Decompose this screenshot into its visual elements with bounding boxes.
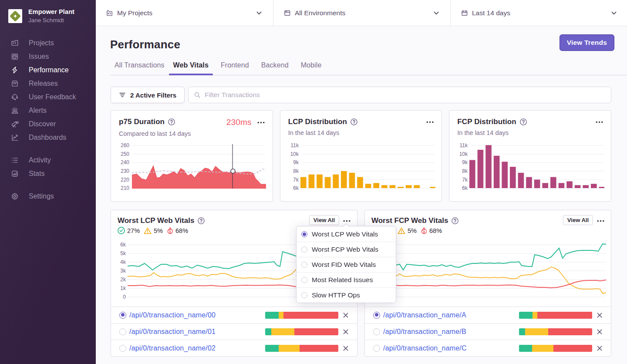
svg-text:9k: 9k bbox=[462, 159, 469, 165]
svg-text:0: 0 bbox=[123, 294, 126, 300]
svg-text:210: 210 bbox=[121, 185, 129, 191]
svg-text:10k: 10k bbox=[290, 151, 299, 157]
svg-text:3k: 3k bbox=[120, 268, 126, 274]
svg-text:6k: 6k bbox=[293, 185, 299, 191]
svg-text:1k: 1k bbox=[120, 285, 126, 291]
svg-text:2k: 2k bbox=[120, 276, 126, 283]
svg-text:260: 260 bbox=[121, 142, 129, 148]
svg-text:5k: 5k bbox=[120, 250, 126, 256]
svg-text:8k: 8k bbox=[462, 168, 469, 174]
svg-text:220: 220 bbox=[121, 177, 129, 183]
svg-text:4k: 4k bbox=[120, 259, 126, 265]
svg-text:250: 250 bbox=[121, 151, 129, 157]
svg-text:7k: 7k bbox=[462, 177, 469, 183]
svg-text:9k: 9k bbox=[293, 159, 299, 165]
svg-text:11k: 11k bbox=[460, 142, 468, 148]
svg-text:7k: 7k bbox=[293, 177, 299, 183]
svg-text:8k: 8k bbox=[293, 168, 299, 174]
svg-text:11k: 11k bbox=[290, 142, 299, 148]
svg-text:240: 240 bbox=[121, 159, 129, 165]
svg-text:6k: 6k bbox=[120, 242, 126, 248]
svg-text:230: 230 bbox=[121, 168, 129, 174]
svg-text:10k: 10k bbox=[459, 151, 468, 157]
svg-text:6k: 6k bbox=[462, 185, 469, 191]
